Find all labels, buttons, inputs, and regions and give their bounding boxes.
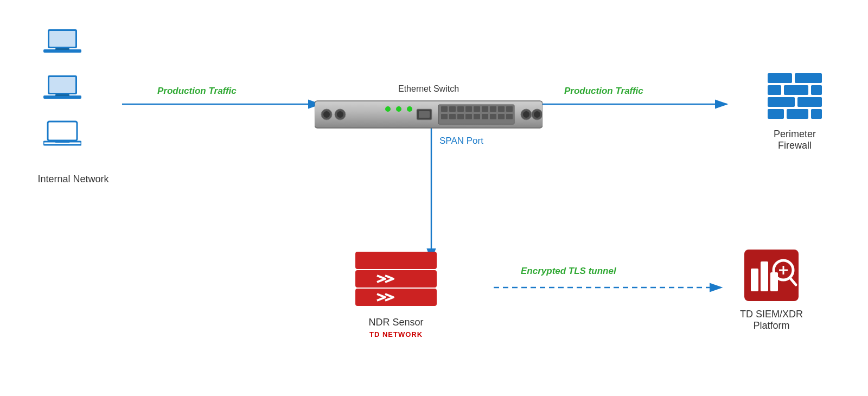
svg-rect-62 <box>355 252 437 269</box>
svg-rect-11 <box>49 77 75 93</box>
svg-rect-7 <box>49 31 75 47</box>
svg-rect-65 <box>761 261 768 291</box>
svg-rect-41 <box>474 114 480 119</box>
production-traffic-left-label: Production Traffic <box>157 86 237 97</box>
svg-rect-59 <box>811 109 822 119</box>
svg-rect-57 <box>768 109 784 119</box>
svg-rect-53 <box>784 85 808 95</box>
svg-rect-43 <box>490 114 496 119</box>
svg-rect-9 <box>55 48 69 50</box>
internal-network <box>43 27 81 149</box>
svg-rect-13 <box>55 94 69 96</box>
ethernet-switch: Ethernet Switch <box>315 84 542 133</box>
siem-icon <box>744 250 799 301</box>
svg-rect-60 <box>355 289 437 306</box>
svg-rect-29 <box>449 106 456 112</box>
svg-rect-28 <box>441 106 448 112</box>
svg-rect-26 <box>419 111 430 118</box>
production-traffic-right-label: Production Traffic <box>564 86 643 97</box>
internal-network-label: Internal Network <box>33 174 114 185</box>
svg-rect-42 <box>482 114 488 119</box>
svg-rect-55 <box>768 97 795 107</box>
svg-rect-30 <box>457 106 464 112</box>
svg-point-19 <box>323 111 330 118</box>
svg-rect-32 <box>474 106 480 112</box>
perimeter-firewall: PerimeterFirewall <box>765 71 825 151</box>
svg-rect-36 <box>506 106 513 112</box>
svg-rect-44 <box>498 114 505 119</box>
diagram-container: Internal Network Production Traffic Ethe… <box>0 0 868 396</box>
ndr-sensor: NDR Sensor TD NETWORK <box>353 250 439 338</box>
svg-rect-35 <box>498 106 505 112</box>
svg-rect-64 <box>751 269 758 291</box>
svg-rect-50 <box>768 73 792 83</box>
svg-point-47 <box>523 111 529 118</box>
ndr-sublabel: TD NETWORK <box>353 330 439 338</box>
svg-rect-14 <box>48 122 77 140</box>
span-port-label: SPAN Port <box>439 136 483 146</box>
svg-rect-61 <box>355 270 437 288</box>
svg-point-23 <box>396 106 401 112</box>
svg-rect-33 <box>482 106 488 112</box>
firewall-icon <box>765 71 825 122</box>
ndr-label: NDR Sensor <box>353 317 439 328</box>
svg-point-49 <box>534 111 540 118</box>
svg-rect-37 <box>441 114 448 119</box>
svg-rect-54 <box>811 85 822 95</box>
siem-label: TD SIEM/XDRPlatform <box>740 309 803 331</box>
svg-rect-38 <box>449 114 456 119</box>
svg-point-24 <box>407 106 412 112</box>
switch-icon <box>315 98 542 131</box>
svg-rect-31 <box>465 106 472 112</box>
svg-rect-51 <box>795 73 822 83</box>
firewall-label: PerimeterFirewall <box>765 129 825 151</box>
svg-point-21 <box>337 111 343 118</box>
svg-point-22 <box>385 106 391 112</box>
laptop-icon-1 <box>43 27 81 57</box>
svg-rect-58 <box>787 109 808 119</box>
svg-rect-52 <box>768 85 781 95</box>
svg-rect-39 <box>457 114 464 119</box>
laptop-icon-3 <box>43 119 81 149</box>
ndr-icon <box>353 250 439 309</box>
siem-xdr: TD SIEM/XDRPlatform <box>740 250 803 331</box>
tls-tunnel-label: Encrypted TLS tunnel <box>521 266 616 277</box>
svg-rect-56 <box>797 97 822 107</box>
ethernet-switch-label: Ethernet Switch <box>315 84 542 94</box>
svg-rect-40 <box>465 114 472 119</box>
svg-rect-34 <box>490 106 496 112</box>
svg-rect-45 <box>506 114 513 119</box>
laptop-icon-2 <box>43 73 81 103</box>
